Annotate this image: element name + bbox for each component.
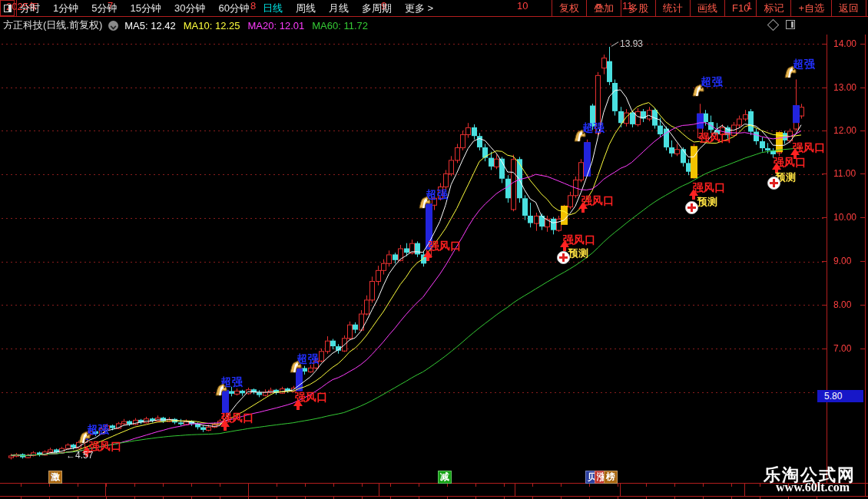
ma-readout: MA20: 12.01	[248, 20, 305, 31]
menu-item-5分钟[interactable]: 5分钟	[91, 0, 117, 16]
top-menubar: 分时1分钟5分钟15分钟30分钟60分钟日线周线月线多周期更多 > 复权叠加多股…	[0, 0, 868, 17]
price-highlight-badge: 5.80	[817, 390, 863, 402]
minor-tick	[731, 483, 732, 487]
window-panel-icon[interactable]	[0, 0, 15, 16]
minor-tick	[817, 496, 817, 499]
up-arrow-icon	[423, 250, 432, 261]
menu-item-标记[interactable]: 标记	[756, 0, 790, 16]
minor-tick	[731, 496, 732, 499]
menu-item-画线[interactable]: 画线	[690, 0, 724, 16]
ma-value-list: MA5: 12.42MA10: 12.25MA20: 12.01MA60: 11…	[124, 18, 376, 32]
minor-tick	[703, 496, 704, 499]
chart-header: 方正科技(日线.前复权) MA5: 12.42MA10: 12.25MA20: …	[3, 18, 376, 33]
price-label: 14.00	[833, 38, 856, 49]
price-tick	[860, 261, 865, 262]
menu-item-F10[interactable]: F10	[724, 0, 756, 16]
minor-tick	[248, 496, 249, 499]
minor-tick	[475, 496, 476, 499]
minor-tick	[220, 496, 220, 499]
minor-tick	[532, 496, 533, 499]
forecast-label: 预测	[568, 246, 588, 260]
menu-item-月线[interactable]: 月线	[329, 0, 349, 16]
month-tick	[620, 483, 621, 496]
minor-tick	[561, 496, 562, 499]
menu-item-复权[interactable]: 复权	[552, 0, 586, 16]
price-tick	[860, 173, 865, 174]
minor-tick	[589, 496, 590, 499]
menu-item-多股[interactable]: 多股	[621, 0, 655, 16]
minor-tick	[106, 496, 107, 499]
menu-item-日线[interactable]: 日线	[263, 0, 283, 16]
strong-gap-label: 强风口	[429, 240, 461, 253]
minor-tick	[561, 483, 562, 487]
minor-tick	[362, 496, 363, 499]
minor-tick	[21, 483, 22, 487]
price-label: 12.00	[833, 125, 856, 136]
price-tick	[822, 44, 827, 45]
minor-tick	[163, 496, 164, 499]
month-tick	[744, 483, 745, 496]
minor-tick	[305, 496, 306, 499]
minor-tick	[49, 496, 50, 499]
price-tick	[860, 305, 865, 306]
minor-tick	[419, 483, 419, 487]
menu-item-叠加[interactable]: 叠加	[586, 0, 621, 16]
chevron-down-icon[interactable]	[108, 21, 118, 31]
minor-tick	[362, 483, 363, 487]
price-tick	[822, 305, 827, 306]
panel-icon	[4, 5, 12, 12]
up-arrow-icon	[220, 420, 230, 431]
price-tick	[822, 88, 827, 88]
month-tick	[379, 483, 379, 496]
menu-item-更多 >[interactable]: 更多 >	[405, 0, 433, 16]
minor-tick	[333, 496, 334, 499]
up-arrow-icon	[293, 399, 303, 410]
tools-menu: 复权叠加多股统计画线F10标记+自选返回	[552, 0, 866, 16]
price-tick	[822, 349, 827, 349]
split-pane-icon[interactable]	[786, 20, 795, 29]
date-axis-top-line	[0, 483, 868, 484]
menu-item-30分钟[interactable]: 30分钟	[174, 0, 205, 16]
minor-tick	[305, 483, 306, 487]
minor-tick	[333, 483, 334, 487]
diamond-icon[interactable]	[767, 19, 780, 31]
month-tick	[515, 483, 515, 496]
minor-tick	[504, 483, 505, 487]
strong-gap-label: 强风口	[699, 131, 731, 145]
window-right-border	[865, 35, 866, 497]
price-tick	[860, 88, 865, 88]
price-tick	[822, 173, 827, 174]
menu-item-分时[interactable]: 分时	[20, 0, 40, 16]
price-label: 13.00	[833, 82, 856, 93]
menu-item-+自选[interactable]: +自选	[790, 0, 831, 16]
price-tick	[860, 131, 865, 131]
price-tick	[860, 44, 865, 45]
menu-item-60分钟[interactable]: 60分钟	[218, 0, 249, 16]
minor-tick	[618, 496, 618, 499]
period-menu: 分时1分钟5分钟15分钟30分钟60分钟日线周线月线多周期更多 >	[20, 0, 433, 16]
price-annotation: ←4.57	[66, 450, 93, 461]
minor-tick	[134, 496, 135, 499]
minor-tick	[760, 483, 760, 487]
menu-item-统计[interactable]: 统计	[655, 0, 690, 16]
minor-tick	[78, 496, 78, 499]
indicator-badge-榜: 榜	[604, 471, 618, 484]
forecast-cross-icon	[767, 177, 780, 190]
minor-tick	[220, 483, 220, 487]
menu-item-1分钟[interactable]: 1分钟	[53, 0, 78, 16]
minor-tick	[703, 483, 704, 487]
minor-tick	[646, 483, 647, 487]
minor-tick	[760, 496, 760, 499]
menu-item-多周期[interactable]: 多周期	[362, 0, 392, 16]
price-label: 10.00	[833, 212, 856, 223]
watermark-url: www.60lt.com	[776, 481, 850, 494]
price-axis-line	[827, 35, 827, 483]
menu-item-周线[interactable]: 周线	[296, 0, 316, 16]
super-strong-horse-icon	[214, 383, 229, 396]
minor-tick	[163, 483, 164, 487]
menu-item-15分钟[interactable]: 15分钟	[130, 0, 161, 16]
menu-item-返回[interactable]: 返回	[831, 0, 866, 16]
minor-tick	[277, 496, 277, 499]
super-strong-horse-icon	[572, 129, 588, 142]
minor-tick	[788, 496, 789, 499]
